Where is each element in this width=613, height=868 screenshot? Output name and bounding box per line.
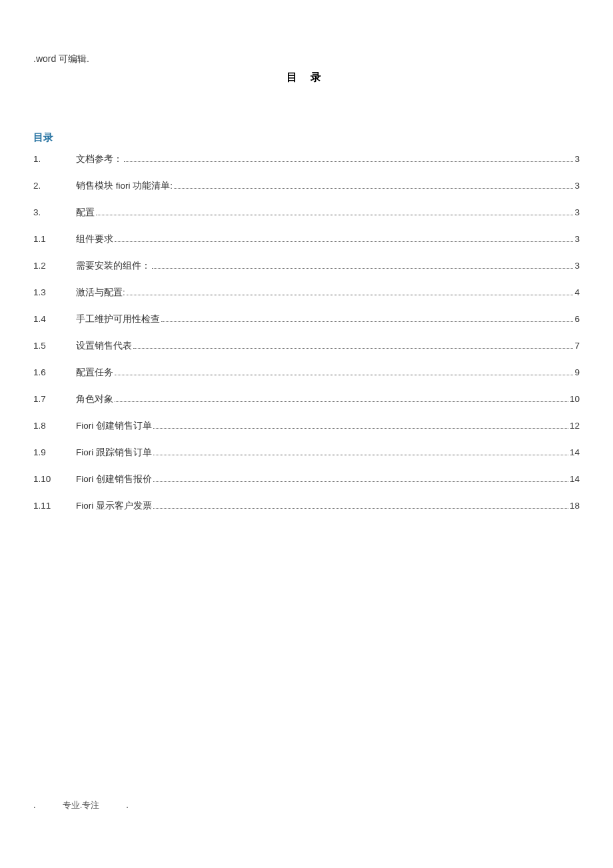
toc-entry-label: 需要安装的组件： xyxy=(76,260,151,272)
toc-entry-page: 14 xyxy=(570,447,580,457)
footer-mid: 专业.专注 xyxy=(63,799,100,811)
toc-leader-dots xyxy=(161,321,573,322)
toc-entry-label: 文档参考： xyxy=(76,153,123,165)
toc-entry[interactable]: 1.7角色对象10 xyxy=(33,393,580,405)
document-page: .word 可编辑. 目 录 目录 1.文档参考：32.销售模块 fiori 功… xyxy=(0,0,613,512)
toc-leader-dots xyxy=(133,348,573,349)
toc-leader-dots xyxy=(115,375,573,375)
toc-entry-number: 1.6 xyxy=(33,367,76,377)
toc-heading: 目录 xyxy=(33,131,580,144)
toc-leader-dots xyxy=(96,215,573,215)
toc-entry[interactable]: 1.10Fiori 创建销售报价14 xyxy=(33,473,580,485)
toc-entry-label: 配置任务 xyxy=(76,367,113,379)
toc-entry[interactable]: 1.8Fiori 创建销售订单12 xyxy=(33,420,580,432)
toc-entry-label: Fiori 显示客户发票 xyxy=(76,500,152,512)
toc-leader-dots xyxy=(153,481,568,482)
toc-entry-page: 9 xyxy=(574,367,580,377)
toc-entry[interactable]: 1.文档参考：3 xyxy=(33,153,580,165)
toc-entry-label: 配置 xyxy=(76,207,95,219)
toc-entry-page: 3 xyxy=(574,181,580,191)
toc-entry[interactable]: 1.9Fiori 跟踪销售订单14 xyxy=(33,447,580,459)
toc-entry-number: 1. xyxy=(33,154,76,164)
toc-entry-number: 1.8 xyxy=(33,421,76,431)
toc-entry[interactable]: 3.配置3 xyxy=(33,207,580,219)
toc-leader-dots xyxy=(174,188,573,189)
footer-right: . xyxy=(126,800,129,810)
toc-entry[interactable]: 1.3激活与配置:4 xyxy=(33,287,580,299)
toc-entry-page: 18 xyxy=(570,501,580,511)
toc-leader-dots xyxy=(153,428,568,429)
toc-entry-number: 1.5 xyxy=(33,341,76,351)
toc-entry-label: 设置销售代表 xyxy=(76,340,132,352)
toc-entry-page: 6 xyxy=(574,314,580,324)
toc-entry[interactable]: 1.4手工维护可用性检查6 xyxy=(33,313,580,325)
toc-entry-label: Fiori 跟踪销售订单 xyxy=(76,447,152,459)
toc-leader-dots xyxy=(115,401,568,402)
toc-entry-label: 销售模块 fiori 功能清单: xyxy=(76,180,173,192)
toc-entry-page: 12 xyxy=(570,421,580,431)
toc-entry[interactable]: 1.11Fiori 显示客户发票18 xyxy=(33,500,580,512)
toc-entry-page: 3 xyxy=(574,207,580,217)
toc-leader-dots xyxy=(153,508,568,509)
toc-leader-dots xyxy=(153,455,568,455)
toc-entry-label: 角色对象 xyxy=(76,393,113,405)
toc-leader-dots xyxy=(115,241,573,242)
toc-entry-label: 组件要求 xyxy=(76,233,113,245)
footer: . 专业.专注 . xyxy=(33,799,129,811)
toc-entry[interactable]: 1.6配置任务9 xyxy=(33,367,580,379)
toc-entry-number: 1.11 xyxy=(33,501,76,511)
toc-entry-number: 1.4 xyxy=(33,314,76,324)
toc-list: 1.文档参考：32.销售模块 fiori 功能清单:33.配置31.1组件要求3… xyxy=(33,153,580,512)
toc-entry[interactable]: 1.5设置销售代表7 xyxy=(33,340,580,352)
toc-entry-number: 1.10 xyxy=(33,474,76,484)
toc-entry[interactable]: 1.1组件要求3 xyxy=(33,233,580,245)
toc-entry-label: 激活与配置: xyxy=(76,287,125,299)
header-watermark: .word 可编辑. xyxy=(33,53,580,65)
footer-left: . xyxy=(33,800,36,810)
toc-entry-label: 手工维护可用性检查 xyxy=(76,313,160,325)
toc-entry-page: 14 xyxy=(570,474,580,484)
toc-leader-dots xyxy=(124,161,573,162)
toc-entry-page: 7 xyxy=(574,341,580,351)
page-title: 目 录 xyxy=(33,71,580,85)
toc-entry-number: 2. xyxy=(33,181,76,191)
toc-entry[interactable]: 1.2需要安装的组件：3 xyxy=(33,260,580,272)
toc-entry[interactable]: 2.销售模块 fiori 功能清单:3 xyxy=(33,180,580,192)
toc-entry-page: 3 xyxy=(574,234,580,244)
toc-entry-number: 3. xyxy=(33,207,76,217)
toc-leader-dots xyxy=(127,295,574,295)
toc-entry-page: 3 xyxy=(574,154,580,164)
toc-entry-label: Fiori 创建销售订单 xyxy=(76,420,152,432)
toc-entry-page: 10 xyxy=(570,394,580,404)
toc-entry-number: 1.1 xyxy=(33,234,76,244)
toc-entry-number: 1.3 xyxy=(33,287,76,297)
toc-entry-number: 1.2 xyxy=(33,261,76,271)
toc-entry-number: 1.9 xyxy=(33,447,76,457)
toc-leader-dots xyxy=(152,268,573,269)
toc-entry-label: Fiori 创建销售报价 xyxy=(76,473,152,485)
toc-entry-page: 4 xyxy=(574,287,580,297)
toc-entry-page: 3 xyxy=(574,261,580,271)
toc-entry-number: 1.7 xyxy=(33,394,76,404)
